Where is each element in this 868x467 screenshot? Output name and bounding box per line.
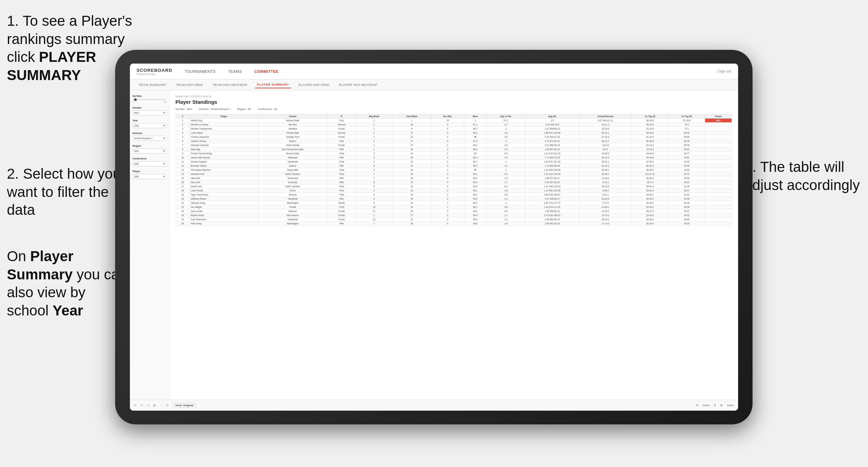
table-row[interactable]: 2Michael Le SassoOle MissSecond118067.1-… [176,123,732,127]
nav-item-tournaments[interactable]: TOURNAMENTS [182,68,218,75]
table-row[interactable]: 15Jake HallTennesseeFifth718068.5-1.51.6… [176,176,732,180]
table-cell: 17 [392,139,431,143]
sidebar-gender-select[interactable]: Men ▾ [133,110,166,115]
table-cell: Ole Miss [258,123,327,127]
table-row[interactable]: 10Jacob Dale ShouseArkansasFifth325068.4… [176,156,732,160]
nav-item-teams[interactable]: TEAMS [226,68,244,75]
subnav-team-summary[interactable]: TEAM SUMMARY [137,81,169,88]
table-cell: 27 [392,213,431,218]
table-row[interactable]: 14Maxwell FordNorth CarolinaThird723069.… [176,172,732,176]
sidebar-region-select[interactable]: N/A ▾ [133,148,166,154]
sidebar-year-select[interactable]: (All) ▾ [133,123,166,128]
watch-btn[interactable]: Watch [703,404,710,407]
table-cell: 27-10-2 [579,135,632,139]
table-cell: Texas A&M [258,168,327,172]
nav-sign-out[interactable]: | Sign out [716,69,731,73]
table-cell [705,222,732,226]
table-cell: Fourth [327,201,356,205]
subnav-team-h2h-heatmap[interactable]: TEAM H2H HEATMAP [211,81,249,88]
table-cell: Washington [258,222,327,226]
table-cell: 8 [356,180,392,185]
table-cell: 68.2 [464,131,486,135]
table-row[interactable]: 23Jack LundinMissouriFourth1124068.6-0.3… [176,209,732,213]
table-cell: 41.81 [668,193,705,197]
table-row[interactable]: 17David FordNorth CarolinaThird919069.2-… [176,185,732,189]
table-row[interactable]: 25Cole SherwoodVanderbiltFourth1223068.3… [176,218,732,222]
table-cell: 1.65 492-96-12 [525,218,579,222]
table-cell: Tennessee [258,176,327,180]
nav-item-committee[interactable]: COMMITTEE [252,68,281,75]
table-cell: 25 [176,218,190,222]
table-cell: 69 [464,168,486,172]
sidebar-slider[interactable] [133,99,166,100]
instruction-step2-text: 2. Select how you want to filter the dat… [7,166,121,218]
table-cell: 38.45 [668,222,705,226]
redo-button[interactable]: ↪ [141,404,143,407]
table-cell: 10 [176,156,190,160]
table-cell [705,185,732,189]
table-cell: 1 [431,201,464,205]
table-row[interactable]: 22Ian GilliganFloridaThird1024168.7-0.81… [176,205,732,209]
table-cell: Washington [258,201,327,205]
table-row[interactable]: 6Jackson KoivunAuburnFirst217067.3-22.72… [176,139,732,143]
undo-button[interactable]: ↩ [134,404,136,407]
subnav-team-h2h-grid[interactable]: TEAM H2H GRID [174,81,205,88]
table-row[interactable]: 11Gordon SargentVanderbiltThird421068.7-… [176,160,732,164]
sidebar-conference-select[interactable]: (All) ▾ [133,161,166,166]
table-row[interactable]: 12Brendan ValdesAuburnFifth537068.4-1.11… [176,164,732,168]
more-button[interactable]: ··· [160,404,162,407]
share-btn[interactable]: Share [727,404,734,407]
table-row[interactable]: 18Luke PowellUCLAFirst424069.1-1.81.13 5… [176,189,732,193]
table-cell: Second [327,131,356,135]
table-cell: 0 [431,135,464,139]
table-cell: -1.5 [486,176,525,180]
export-button[interactable]: ⬆ [714,404,716,407]
table-row[interactable]: 1Wenyi DingArizona StateFirst1115167.1-3… [176,119,732,123]
table-cell: Jackson Koivun [190,139,258,143]
subnav-player-h2h-heatmap[interactable]: PLAYER H2H HEATMAP [337,81,379,88]
chevron-down-icon-division: ▾ [163,137,165,140]
table-cell: 10-10-0 [579,127,632,131]
table-cell: 0 [431,176,464,180]
table-row[interactable]: 8Mats EgeEast Tennessee StateFifth124268… [176,147,732,152]
table-cell: David Ford [190,185,258,189]
table-cell: 1.66 377-82-17 [525,176,579,180]
subnav-player-summary[interactable]: PLAYER SUMMARY [255,81,291,88]
table-cell: 1.50 387-131-16 [525,160,579,164]
subnav-player-h2h-grid[interactable]: PLAYER H2H GRID [297,81,331,88]
table-row[interactable]: 21Taehoon SongWashingtonFourth523169.2-1… [176,201,732,205]
table-cell [705,160,732,164]
table-row[interactable]: 3Michael ThorbjornsenStanfordFourth28068… [176,127,732,131]
chevron-down-icon-year: ▾ [163,124,165,127]
back-button[interactable]: ◁ [147,404,149,407]
table-cell: 2.01 698-54-13 [525,143,579,147]
table-row[interactable]: 26Petr HrubyWashingtonFifth725068.6-1.61… [176,222,732,226]
table-row[interactable]: 9Preston SummerhaysArizona StateThird324… [176,152,732,156]
table-row[interactable]: 24Bastien AmatNew MexicoFourth127269.4-1… [176,213,732,218]
table-cell: 44.81 [668,156,705,160]
clock-icon: ⏱ [166,404,169,407]
table-cell: 7 [356,222,392,226]
table-row[interactable]: 20Matthew RiedelVanderbiltFifth643068.5-… [176,197,732,201]
table-cell: -2.5 [486,135,525,139]
table-cell: 24-31-1 [579,131,632,135]
table-cell: Florida State [258,131,327,135]
view-original-btn[interactable]: View: Original [173,403,196,408]
table-row[interactable]: 16Alex GoffKentuckyFifth819068.3-1.71.92… [176,180,732,185]
table-cell: 8 [176,147,190,152]
table-cell [705,147,732,152]
sidebar-division-select[interactable]: NCAA Division I ▾ [133,136,166,141]
table-row[interactable]: 5Christo LamprechtGeorgia TechFourth2210… [176,135,732,139]
table-row[interactable]: 19Tiger ChristensenArizonaThird523269.2-… [176,193,732,197]
table-cell: 31-15-1 [579,164,632,168]
table-cell: 0 [431,160,464,164]
table-row[interactable]: 4Luke ClatonFlorida StateSecond127068.2-… [176,131,732,135]
table-row[interactable]: 7Nicholas GabrielisNorth FloridaFourth12… [176,143,732,147]
grid-button[interactable]: ⊞ [720,404,723,407]
table-cell: 1 [356,119,392,123]
table-cell: East Tennessee State [258,147,327,152]
sidebar-region-value: N/A [134,149,139,153]
sidebar-player-select[interactable]: (All) ▾ [133,174,166,179]
copy-button[interactable]: ⊞ [153,404,156,407]
table-row[interactable]: 13Phichaikan MaichonTexas A&MThird630169… [176,168,732,172]
